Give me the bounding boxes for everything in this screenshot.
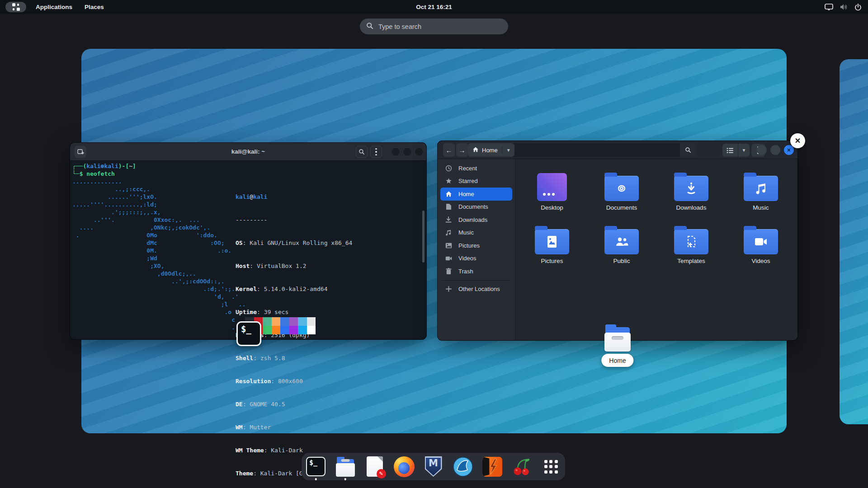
path-bar[interactable]: Home ▼ (468, 143, 696, 157)
grid-item-documents[interactable]: Documents (587, 172, 656, 225)
power-icon (854, 4, 862, 11)
applications-menu[interactable]: Applications (33, 4, 75, 10)
sidebar-item-music[interactable]: Music (438, 226, 515, 239)
workspace-thumbnail-next[interactable] (840, 59, 868, 424)
folder-icon-downloads (674, 176, 708, 201)
sidebar-item-starred[interactable]: Starred (438, 175, 515, 188)
maximize-button[interactable] (770, 145, 780, 155)
minimize-button[interactable] (757, 145, 767, 155)
folder-icon-templates (674, 229, 708, 254)
dock-item-terminal[interactable]: $_ (305, 456, 327, 478)
maximize-button[interactable] (403, 147, 412, 156)
folder-icon-pictures (535, 229, 569, 254)
desktop-folder-icon (537, 173, 567, 201)
sidebar-item-downloads[interactable]: Downloads (438, 213, 515, 226)
close-window-button[interactable]: ✕ (790, 133, 805, 148)
trash-icon (445, 268, 452, 275)
video-camera-emblem-icon (744, 229, 778, 254)
files-window[interactable]: ← → Home ▼ ▼ ✕ (438, 141, 797, 340)
picture-icon (445, 243, 452, 249)
app-grid-icon (544, 460, 558, 474)
location-home-button[interactable]: Home ▼ (468, 143, 514, 157)
text-editor-icon: ✎ (367, 456, 383, 477)
grid-item-templates[interactable]: Templates (656, 225, 726, 278)
clock[interactable]: Oct 21 16:21 (416, 0, 452, 14)
video-camera-icon (445, 256, 452, 261)
sidebar-item-other-locations[interactable]: Other Locations (438, 283, 515, 296)
sidebar-item-documents[interactable]: Documents (438, 201, 515, 214)
dock-item-wireshark[interactable] (452, 456, 474, 478)
dock-item-metasploit[interactable]: M (423, 456, 444, 478)
search-bar[interactable] (360, 19, 508, 34)
display-icon (825, 4, 833, 10)
list-view-button[interactable] (722, 144, 738, 157)
sidebar-item-trash[interactable]: Trash (438, 265, 515, 278)
grid-item-desktop[interactable]: Desktop (517, 172, 587, 225)
terminal-search-button[interactable] (356, 146, 368, 158)
grid-item-pictures[interactable]: Pictures (517, 225, 587, 278)
sidebar-separator (442, 280, 510, 281)
search-input[interactable] (378, 23, 502, 30)
grid-item-videos[interactable]: Videos (726, 225, 796, 278)
terminal-titlebar[interactable]: kali@kali: ~ (70, 143, 426, 161)
files-search-button[interactable] (680, 143, 696, 157)
terminal-scrollbar[interactable] (422, 211, 425, 263)
dock-item-app-grid[interactable] (540, 456, 562, 478)
photo-emblem-icon (535, 229, 569, 254)
dock-item-cherrytree[interactable] (511, 456, 533, 478)
dock-item-text-editor[interactable]: ✎ (364, 456, 386, 478)
folder-icon-music (744, 176, 778, 201)
search-icon (366, 22, 373, 31)
system-status-area[interactable] (825, 0, 862, 14)
files-app-icon[interactable] (603, 324, 632, 352)
places-menu[interactable]: Places (82, 4, 107, 10)
grid-item-public[interactable]: Public (587, 225, 656, 278)
files-content-pane[interactable]: Desktop Documents Downloads Music (515, 159, 797, 340)
cherrytree-icon (511, 456, 532, 477)
chevron-down-icon: ▼ (506, 148, 511, 153)
folder-icon-public (604, 229, 639, 254)
terminal-window[interactable]: kali@kali: ~ ┌──(kali⊛kali)-[~] └─$ neof… (70, 143, 426, 339)
close-button[interactable] (415, 147, 424, 156)
window-title-caption: Home (601, 354, 633, 367)
dock-item-firefox[interactable] (393, 456, 415, 478)
plus-icon (445, 286, 452, 292)
music-note-emblem-icon (744, 176, 778, 201)
download-icon (445, 216, 452, 223)
volume-icon (840, 4, 848, 10)
download-emblem-icon (674, 176, 708, 201)
terminal-app-icon[interactable]: $_ (236, 321, 261, 346)
forward-button[interactable]: → (456, 143, 468, 157)
files-headerbar[interactable]: ← → Home ▼ ▼ ✕ (438, 141, 797, 159)
grid-item-music[interactable]: Music (726, 172, 796, 225)
activities-grid-icon (12, 3, 20, 11)
dock-item-files[interactable] (335, 456, 356, 478)
grid-item-downloads[interactable]: Downloads (656, 172, 726, 225)
folder-icon-videos (744, 229, 778, 254)
shell-prompt: ┌──(kali⊛kali)-[~] └─$ neofetch (72, 162, 136, 178)
dock-item-burpsuite[interactable] (481, 456, 503, 478)
firefox-icon (394, 456, 415, 477)
files-icon (335, 456, 356, 477)
terminal-icon: $_ (306, 457, 326, 476)
template-emblem-icon (674, 229, 708, 254)
dock: $_ ✎ M (302, 453, 565, 480)
activities-button[interactable] (5, 2, 26, 12)
top-bar: Applications Places Oct 21 16:21 (0, 0, 868, 14)
back-button[interactable]: ← (443, 143, 455, 157)
terminal-menu-button[interactable] (370, 146, 382, 158)
sidebar-item-recent[interactable]: Recent (438, 162, 515, 175)
close-button[interactable]: ✕ (784, 145, 794, 155)
sidebar-item-pictures[interactable]: Pictures (438, 239, 515, 252)
star-icon (445, 178, 452, 184)
recent-icon (445, 165, 452, 172)
view-options-button[interactable]: ▼ (738, 144, 750, 157)
minimize-button[interactable] (391, 147, 400, 156)
wireshark-icon (453, 456, 473, 477)
kali-ascii-art: .............. ..,;:ccc,. ......''';lxO.… (72, 178, 246, 339)
sidebar-item-videos[interactable]: Videos (438, 252, 515, 265)
sidebar-item-home[interactable]: Home (440, 188, 512, 201)
people-emblem-icon (604, 229, 639, 254)
music-note-icon (445, 229, 452, 236)
document-icon (445, 203, 452, 210)
